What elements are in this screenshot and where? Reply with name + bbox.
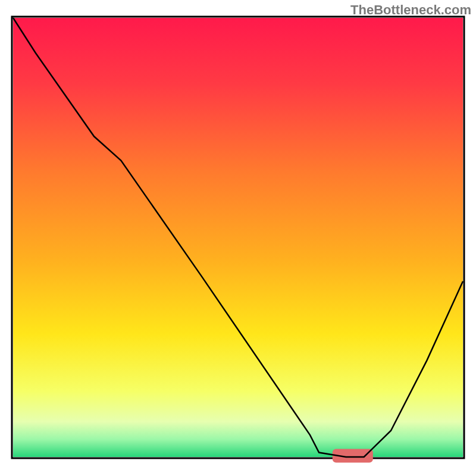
plot-background	[13, 18, 463, 457]
chart-container: TheBottleneck.com	[0, 0, 476, 476]
watermark-label: TheBottleneck.com	[350, 2, 471, 18]
bottleneck-chart	[0, 0, 476, 476]
